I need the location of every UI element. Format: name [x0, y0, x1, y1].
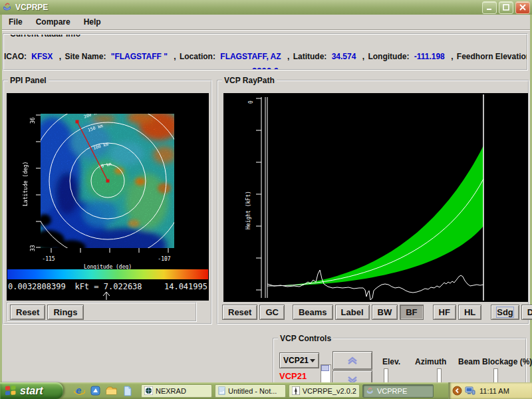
location-label: Location: — [180, 52, 215, 61]
notepad-icon — [218, 386, 225, 395]
raypath-plot[interactable]: 0 Height (kFt) — [223, 93, 528, 302]
raypath-ytick-top: 0 — [248, 100, 254, 104]
icao-label: ICAO: — [4, 52, 27, 61]
location-value: FLAGSTAFF, AZ — [220, 52, 281, 61]
dropdown-arrow-icon — [310, 359, 315, 365]
feedhorn-elevation-label: Feedhorn Elevation (m): — [457, 52, 528, 61]
vcp-selector-value: VCP21 — [283, 356, 309, 365]
colorbar-min: 0.0032808399 — [8, 282, 66, 291]
start-button[interactable]: start — [0, 382, 63, 399]
radar-info-title: Current Radar Info — [8, 33, 82, 39]
maximize-icon — [503, 4, 509, 11]
taskbar-task-vcprpe[interactable]: VCPRPE — [362, 384, 434, 398]
height-colorbar[interactable] — [7, 269, 208, 279]
raypath-panel-title: VCP RayPath — [222, 76, 277, 85]
java-task-icon — [366, 386, 374, 395]
ppi-panel-title: PPI Panel — [8, 76, 49, 85]
site-name-value: "FLAGSTAFF " — [111, 52, 168, 61]
close-button[interactable] — [515, 1, 530, 14]
elev-column-header: Elev. — [382, 357, 400, 366]
task-label: NEXRAD — [156, 387, 186, 395]
menu-bar: File Compare Help — [2, 15, 530, 30]
azimuth-column-header: Azimuth — [415, 357, 446, 366]
java-app-icon — [2, 1, 13, 14]
network-computer-icon[interactable] — [465, 386, 475, 396]
raypath-bf-button[interactable]: BF — [400, 305, 423, 320]
taskbar-task-nexrad[interactable]: NEXRAD — [141, 384, 212, 398]
radar-info-line: ICAO: KFSX , Site Name: "FLAGSTAFF " , L… — [4, 52, 527, 61]
raypath-hf-button[interactable]: HF — [433, 305, 456, 320]
raypath-bw-button[interactable]: BW — [372, 305, 398, 320]
vcprpe-app-icon — [292, 386, 300, 395]
colorbar-max: 14.041995 — [164, 282, 207, 291]
latitude-label: Latitude: — [293, 52, 327, 61]
latitude-value: 34.574 — [332, 52, 356, 61]
taskbar-task-notepad[interactable]: Untitled - Not... — [215, 384, 286, 398]
ppi-rings-button[interactable]: Rings — [47, 305, 83, 320]
raypath-gc-button[interactable]: GC — [259, 305, 285, 320]
feedhorn-elevation-value: 2306.0 — [4, 66, 527, 70]
ppi-xtick-right: -107 — [158, 256, 170, 262]
taskbar: start e — [0, 382, 532, 399]
current-vcp-label: VCP21 — [279, 371, 307, 381]
longitude-value: -111.198 — [414, 52, 445, 61]
menu-file[interactable]: File — [2, 15, 29, 29]
ppi-xtick-left: -115 — [42, 256, 55, 262]
window-titlebar[interactable]: VCPRPE — [0, 0, 532, 15]
raypath-ylabel: Height (kFt) — [245, 191, 251, 229]
maximize-button[interactable] — [499, 1, 513, 14]
close-icon — [519, 4, 526, 11]
ppi-ytick-bottom: 33 — [30, 245, 36, 251]
system-tray: 11:11 AM — [448, 382, 532, 399]
vcp-selector-dropdown[interactable]: VCP21 — [279, 352, 319, 368]
colorbar-current: kFt = 7.022638 — [74, 282, 142, 291]
ppi-plot[interactable]: 50 km 100 km 150 km 200 km — [7, 93, 209, 301]
desktop: VCPRPE File Compare Help Current Radar I… — [0, 0, 532, 399]
folder-icon[interactable] — [106, 385, 117, 396]
taskbar-clock: 11:11 AM — [479, 387, 509, 395]
beam-blockage-column-header: Beam Blockage (%) — [458, 357, 532, 366]
task-label: VCPRPE — [377, 387, 407, 395]
terrain-map[interactable]: 50 km 100 km 150 km 200 km — [25, 102, 186, 263]
elevation-up-button[interactable] — [332, 351, 372, 370]
minimize-button[interactable] — [482, 1, 497, 14]
raypath-reset-button[interactable]: Reset — [222, 305, 257, 320]
scrollbar-thumb[interactable] — [321, 365, 329, 371]
radar-info-panel: Current Radar Info ICAO: KFSX , Site Nam… — [3, 33, 528, 70]
raypath-beams-button[interactable]: Beams — [293, 305, 333, 320]
ppi-ylabel: Latitude (deg) — [23, 162, 29, 206]
site-name-label: Site Name: — [65, 52, 106, 61]
quick-launch-bar: e — [74, 385, 133, 396]
task-label: VCPRPE_v2.0.2 — [303, 387, 356, 395]
start-label: start — [20, 385, 43, 397]
ppi-panel: PPI Panel — [3, 80, 212, 325]
internet-explorer-icon[interactable]: e — [74, 385, 85, 396]
chevron-up-icon — [346, 356, 358, 365]
raypath-hl-button[interactable]: HL — [458, 305, 481, 320]
task-label: Untitled - Not... — [228, 387, 277, 395]
raypath-plot-canvas[interactable]: 0 Height (kFt) — [223, 93, 528, 302]
document-icon[interactable] — [122, 385, 133, 396]
icao-value: KFSX — [31, 52, 53, 61]
raypath-sdg-button[interactable]: Sdg — [491, 305, 519, 320]
minimize-icon — [486, 4, 493, 11]
ppi-reset-button[interactable]: Reset — [10, 305, 45, 320]
raypath-dbz-button[interactable]: DBz — [521, 305, 532, 320]
longitude-label: Longitude: — [368, 52, 409, 61]
ppi-ytick-top: 36 — [30, 117, 36, 124]
raypath-label-button[interactable]: Label — [335, 305, 370, 320]
window-title: VCPRPE — [15, 3, 480, 12]
raypath-panel: VCP RayPath — [217, 80, 529, 325]
tray-collapse-chevron-icon[interactable] — [452, 386, 462, 396]
menu-help[interactable]: Help — [77, 15, 108, 29]
menu-compare[interactable]: Compare — [29, 15, 77, 29]
taskbar-task-vcprpe-v202[interactable]: VCPRPE_v2.0.2 — [289, 384, 360, 398]
ppi-button-row: Reset Rings — [7, 302, 197, 322]
raypath-button-row: Reset GC Beams Label BW BF HF HL Sdg DBz — [222, 303, 532, 322]
windows-logo-icon — [5, 385, 17, 396]
ppi-plot-canvas[interactable]: 50 km 100 km 150 km 200 km — [7, 93, 209, 301]
nexrad-globe-icon — [144, 386, 153, 395]
vcp-controls-title: VCP Controls — [278, 334, 333, 343]
messenger-icon[interactable] — [90, 385, 101, 396]
window-border-left — [0, 15, 2, 382]
